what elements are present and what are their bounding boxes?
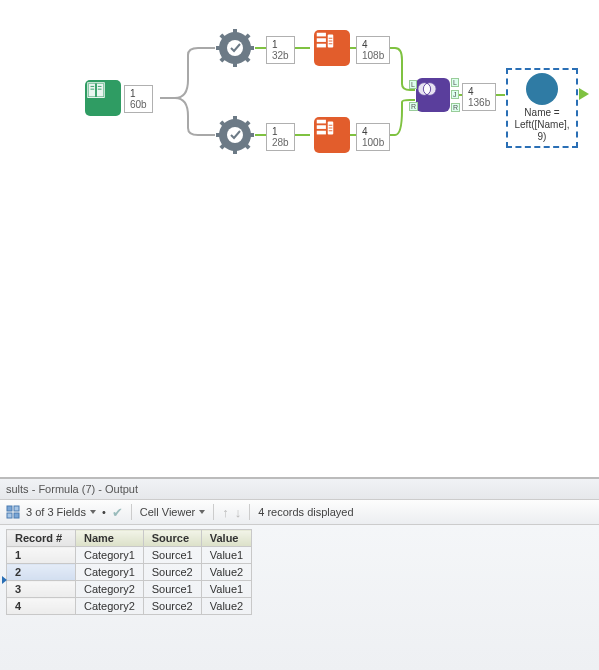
cell-value[interactable]: Value1 [201,581,251,598]
cell-value[interactable]: Value1 [201,547,251,564]
arrow-up-icon[interactable]: ↑ [222,505,229,520]
gear1-stats: 1 32b [266,36,295,64]
join-in-r-port: R [409,102,418,111]
join-in-l-port: L [409,80,417,89]
fields-dropdown[interactable]: 3 of 3 Fields [26,506,96,518]
formula-out-port [579,88,589,100]
table-row[interactable]: 4 Category2 Source2 Value2 [7,598,252,615]
book-icon [85,80,121,116]
join-tool[interactable] [416,78,450,112]
svg-rect-47 [14,513,19,518]
table-row[interactable]: 1 Category1 Source1 Value1 [7,547,252,564]
cell-source[interactable]: Source1 [143,581,201,598]
svg-point-14 [227,40,243,56]
col-source[interactable]: Source [143,530,201,547]
svg-rect-44 [7,506,12,511]
table-header-row: Record # Name Source Value [7,530,252,547]
svg-rect-9 [248,46,254,50]
chevron-down-icon [199,510,205,514]
svg-rect-46 [7,513,12,518]
arrow-down-icon[interactable]: ↓ [235,505,242,520]
chevron-down-icon [90,510,96,514]
join-out-j-port: J [451,90,459,99]
orange2-stats: 4 100b [356,123,390,151]
orange-tool-top[interactable] [314,30,350,66]
table-row[interactable]: 2 Category1 Source2 Value2 [7,564,252,581]
svg-rect-27 [317,44,326,48]
cell-name[interactable]: Category1 [76,547,144,564]
row-number: 2 [7,564,76,581]
cell-source[interactable]: Source2 [143,598,201,615]
records-displayed-label: 4 records displayed [258,506,353,518]
cellviewer-dropdown[interactable]: Cell Viewer [140,506,205,518]
cell-value[interactable]: Value2 [201,564,251,581]
cell-source[interactable]: Source2 [143,564,201,581]
results-table[interactable]: Record # Name Source Value 1 Category1 S… [6,529,252,615]
list-icon [314,30,350,66]
results-toolbar: 3 of 3 Fields • ✔ Cell Viewer ↑ ↓ 4 reco… [0,500,599,525]
col-value[interactable]: Value [201,530,251,547]
flask-icon [526,73,558,105]
row-number: 3 [7,581,76,598]
gear-icon [215,28,255,68]
join-icon [416,78,450,112]
svg-rect-8 [216,46,222,50]
svg-rect-18 [216,133,222,137]
join-stats: 4 136b [462,83,496,111]
input-stats: 1 60b [124,85,153,113]
svg-rect-7 [233,61,237,67]
join-out-r-port: R [451,103,460,112]
list-icon [314,117,350,153]
orange1-stats: 4 108b [356,36,390,64]
results-title: sults - Formula (7) - Output [0,479,599,500]
svg-rect-43 [516,72,521,74]
svg-rect-33 [317,125,326,129]
check-icon[interactable]: ✔ [112,505,123,520]
formula-caption: Name = Left([Name], 9) [511,107,573,143]
row-number: 4 [7,598,76,615]
svg-rect-45 [14,506,19,511]
text-input-tool[interactable] [85,80,121,116]
row-number: 1 [7,547,76,564]
svg-rect-19 [248,133,254,137]
cell-source[interactable]: Source1 [143,547,201,564]
svg-rect-6 [233,29,237,35]
gear-icon [215,115,255,155]
cell-value[interactable]: Value2 [201,598,251,615]
cell-name[interactable]: Category1 [76,564,144,581]
svg-rect-25 [317,33,326,37]
svg-point-24 [227,127,243,143]
gear2-stats: 1 28b [266,123,295,151]
fields-label: 3 of 3 Fields [26,506,86,518]
row-selected-indicator [2,576,7,584]
config-icon[interactable] [6,505,20,519]
table-row[interactable]: 3 Category2 Source1 Value1 [7,581,252,598]
col-record[interactable]: Record # [7,530,76,547]
workflow-canvas[interactable]: 1 60b 1 32b 1 28b 4 108b 4 100b L R L J … [0,0,599,477]
svg-rect-32 [317,120,326,124]
results-pane: sults - Formula (7) - Output 3 of 3 Fiel… [0,477,599,670]
svg-rect-16 [233,116,237,122]
svg-rect-34 [317,131,326,135]
formula-tool-selected[interactable]: Name = Left([Name], 9) [506,68,578,148]
orange-tool-bottom[interactable] [314,117,350,153]
cell-name[interactable]: Category2 [76,598,144,615]
col-name[interactable]: Name [76,530,144,547]
join-out-l-port: L [451,78,459,87]
cell-name[interactable]: Category2 [76,581,144,598]
svg-rect-17 [233,148,237,154]
svg-rect-26 [317,38,326,42]
cellviewer-label: Cell Viewer [140,506,195,518]
